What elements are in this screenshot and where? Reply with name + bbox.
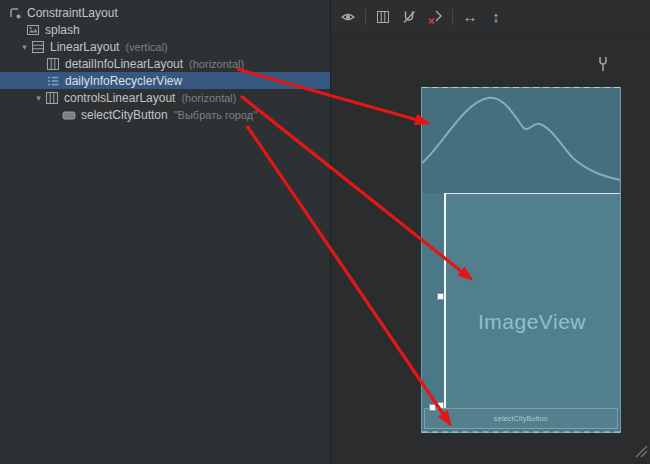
tree-item-annotation: (horizontal) <box>189 58 244 70</box>
tree-item-dailyinforecyclerview[interactable]: dailyInfoRecyclerView <box>0 72 330 89</box>
eye-icon[interactable] <box>339 8 357 26</box>
selection-handle[interactable] <box>437 293 444 300</box>
chevron-down-icon[interactable]: ▾ <box>32 93 45 103</box>
selection-dashed-border <box>422 431 620 433</box>
tree-item-label: LinearLayout <box>50 40 119 54</box>
tree-item-value: "Выбрать город" <box>174 109 257 121</box>
tree-item-selectcitybutton[interactable]: selectCityButton "Выбрать город" <box>0 106 330 123</box>
component-tree-panel: ConstraintLayout splash ▾ LinearLayout (… <box>0 0 330 464</box>
component-tree: ConstraintLayout splash ▾ LinearLayout (… <box>0 0 330 123</box>
tree-item-splash[interactable]: splash <box>0 21 330 38</box>
recyclerview-preview[interactable] <box>444 193 620 409</box>
columns-icon[interactable] <box>374 8 392 26</box>
selectcitybutton-preview[interactable]: selectCityButton <box>424 408 618 429</box>
tree-item-label: ConstraintLayout <box>27 6 118 20</box>
wrench-icon[interactable] <box>597 56 609 76</box>
magnet-off-icon[interactable] <box>400 8 418 26</box>
tree-item-detailinfolinearlayout[interactable]: detailInfoLinearLayout (horizontal) <box>0 55 330 72</box>
selection-handle[interactable] <box>429 404 436 411</box>
tree-item-label: splash <box>45 23 80 37</box>
imageview-icon <box>26 23 40 37</box>
tree-item-constraintlayout[interactable]: ConstraintLayout <box>0 4 330 21</box>
tree-item-controlslinearlayout[interactable]: ▾ controlsLinearLayout (horizontal) <box>0 89 330 106</box>
recyclerview-icon <box>46 74 60 88</box>
chevron-down-icon[interactable]: ▾ <box>18 42 31 52</box>
constraintlayout-icon <box>8 6 22 20</box>
linearlayout-horizontal-icon <box>46 57 60 71</box>
design-surface-panel: ↔ ↕ ImageView selectCityButton <box>331 0 650 464</box>
device-preview[interactable]: ImageView selectCityButton <box>421 87 621 433</box>
design-canvas[interactable]: ImageView selectCityButton <box>331 34 650 464</box>
linearlayout-vertical-icon <box>31 40 45 54</box>
toolbar-separator <box>452 9 453 25</box>
tree-item-annotation: (horizontal) <box>181 92 236 104</box>
tree-item-linearlayout[interactable]: ▾ LinearLayout (vertical) <box>0 38 330 55</box>
chart-curve <box>422 88 620 193</box>
detailinfo-preview[interactable] <box>422 88 620 193</box>
linearlayout-horizontal-icon <box>45 91 59 105</box>
tree-item-label: controlsLinearLayout <box>64 91 175 105</box>
tree-item-label: dailyInfoRecyclerView <box>65 74 182 88</box>
selection-handle[interactable] <box>437 402 444 409</box>
imageview-placeholder-label: ImageView <box>444 310 620 334</box>
button-icon <box>62 108 76 122</box>
design-toolbar: ↔ ↕ <box>331 0 650 34</box>
tree-item-annotation: (vertical) <box>125 41 167 53</box>
horizontal-arrows-icon[interactable]: ↔ <box>461 8 479 26</box>
tree-item-label: detailInfoLinearLayout <box>65 57 183 71</box>
clear-constraints-icon[interactable] <box>426 8 444 26</box>
toolbar-separator <box>365 9 366 25</box>
tree-item-label: selectCityButton <box>81 108 168 122</box>
vertical-arrows-icon[interactable]: ↕ <box>487 8 505 26</box>
resize-grip-icon[interactable] <box>635 444 648 462</box>
